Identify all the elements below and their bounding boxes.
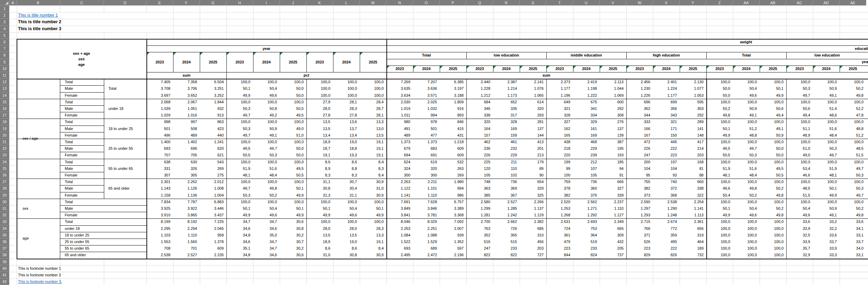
data-cell[interactable]: 201: [520, 145, 546, 152]
data-cell[interactable]: 519: [573, 239, 600, 245]
data-cell[interactable]: 199: [546, 159, 573, 165]
data-cell[interactable]: 100,0: [733, 79, 760, 85]
row-header-38[interactable]: 38: [0, 252, 9, 258]
column-header-W[interactable]: W: [626, 0, 653, 6]
education-group-cell[interactable]: Total: [386, 52, 466, 59]
data-cell[interactable]: 352: [626, 105, 653, 112]
data-cell[interactable]: 90: [520, 172, 546, 179]
education-group-cell[interactable]: low education: [786, 52, 868, 59]
data-cell[interactable]: 49,7: [226, 185, 253, 192]
data-cell[interactable]: 1.292: [573, 212, 600, 218]
year-cell[interactable]: 2023: [306, 52, 333, 72]
data-cell[interactable]: 303: [680, 105, 706, 112]
row-header-2[interactable]: 2: [0, 12, 9, 19]
row-header-32[interactable]: 32: [0, 212, 9, 218]
data-cell[interactable]: 100,0: [360, 92, 386, 99]
data-cell[interactable]: 50,1: [226, 85, 253, 92]
data-cell[interactable]: 432: [600, 239, 626, 245]
data-cell[interactable]: 53,4: [786, 165, 813, 172]
data-cell[interactable]: 49,4: [786, 112, 813, 119]
data-cell[interactable]: 100,0: [226, 99, 253, 105]
data-cell[interactable]: 13,5: [306, 232, 333, 239]
data-cell[interactable]: 1.126: [173, 185, 200, 192]
data-cell[interactable]: 19,1: [360, 139, 386, 145]
data-cell[interactable]: 2.715: [626, 218, 653, 225]
data-cell[interactable]: 543: [200, 159, 226, 165]
data-cell[interactable]: 34,0: [840, 245, 866, 252]
data-cell[interactable]: 305: [173, 172, 200, 179]
data-cell[interactable]: 30,9: [360, 192, 386, 199]
data-cell[interactable]: 50,2: [840, 205, 866, 212]
data-cell[interactable]: 994: [413, 112, 440, 119]
year-header-left[interactable]: year: [146, 45, 386, 52]
year-cell[interactable]: 2024: [413, 66, 440, 72]
data-cell[interactable]: 51,5: [786, 192, 813, 199]
data-cell[interactable]: 30,4: [333, 185, 360, 192]
data-cell[interactable]: 48,4: [813, 132, 840, 139]
data-cell[interactable]: 1.290: [653, 205, 680, 212]
data-cell[interactable]: 30,9: [360, 179, 386, 185]
data-cell[interactable]: 2.440: [466, 79, 493, 85]
data-cell[interactable]: 100,0: [226, 139, 253, 145]
row-header-18[interactable]: 18: [0, 119, 9, 125]
data-cell[interactable]: 48,5: [786, 185, 813, 192]
data-cell[interactable]: 49,1: [813, 92, 840, 99]
data-cell[interactable]: 1.143: [146, 185, 173, 192]
data-cell[interactable]: 8,3: [360, 165, 386, 172]
data-cell[interactable]: 148: [680, 132, 706, 139]
data-cell[interactable]: 100,0: [706, 99, 733, 105]
data-cell[interactable]: 35,1: [226, 245, 253, 252]
data-cell[interactable]: 49,6: [253, 92, 280, 99]
data-cell[interactable]: 893: [440, 112, 466, 119]
data-cell[interactable]: 34,1: [840, 225, 866, 232]
data-cell[interactable]: 275: [200, 172, 226, 179]
data-cell[interactable]: 3.368: [440, 212, 466, 218]
data-cell[interactable]: 233: [493, 245, 520, 252]
data-cell[interactable]: 100,0: [760, 225, 786, 232]
data-cell[interactable]: 50,0: [280, 85, 306, 92]
data-cell[interactable]: 1.103: [146, 232, 173, 239]
data-cell[interactable]: 8,3: [333, 172, 360, 179]
data-cell[interactable]: 327: [546, 119, 573, 125]
data-cell[interactable]: 100,0: [253, 79, 280, 85]
data-cell[interactable]: 31,1: [306, 179, 333, 185]
data-cell[interactable]: 100,0: [360, 199, 386, 205]
column-header-L[interactable]: L: [333, 0, 360, 6]
data-cell[interactable]: 708: [146, 245, 173, 252]
data-cell[interactable]: 51,0: [786, 145, 813, 152]
year-cell[interactable]: 2024: [493, 66, 520, 72]
column-header-AD[interactable]: AD: [813, 0, 840, 6]
data-cell[interactable]: 532: [440, 159, 466, 165]
data-cell[interactable]: 100,0: [760, 245, 786, 252]
data-cell[interactable]: 100,0: [280, 79, 306, 85]
data-cell[interactable]: 100,0: [813, 179, 840, 185]
year-cell[interactable]: 2025: [520, 66, 546, 72]
data-cell[interactable]: 30,7: [333, 179, 360, 185]
stub-sex-cell[interactable]: Total: [60, 99, 104, 105]
data-cell[interactable]: 13,5: [306, 126, 333, 132]
data-cell[interactable]: 740: [653, 179, 680, 185]
data-cell[interactable]: 232: [493, 145, 520, 152]
data-cell[interactable]: 1.212: [466, 92, 493, 99]
data-cell[interactable]: 705: [173, 152, 200, 158]
year-cell[interactable]: 2024: [813, 66, 840, 72]
data-cell[interactable]: 652: [493, 99, 520, 105]
year-cell[interactable]: 2025: [760, 66, 786, 72]
data-cell[interactable]: 2.382: [520, 218, 546, 225]
stub-sex-cell[interactable]: Male: [60, 205, 146, 212]
data-cell[interactable]: 100,0: [733, 179, 760, 185]
data-cell[interactable]: 100,0: [253, 119, 280, 125]
data-cell[interactable]: 100,0: [280, 159, 306, 165]
data-cell[interactable]: 472: [626, 139, 653, 145]
data-cell[interactable]: 33,6: [840, 218, 866, 225]
data-cell[interactable]: 980: [386, 119, 413, 125]
data-cell[interactable]: 28,0: [306, 225, 333, 232]
data-cell[interactable]: 3.841: [386, 212, 413, 218]
data-cell[interactable]: 28,0: [333, 225, 360, 232]
data-cell[interactable]: 50,2: [760, 185, 786, 192]
column-header-F[interactable]: F: [173, 0, 200, 6]
data-cell[interactable]: 387: [600, 139, 626, 145]
data-cell[interactable]: 100,0: [840, 139, 866, 145]
data-cell[interactable]: 100,0: [226, 119, 253, 125]
data-cell[interactable]: 1.129: [520, 212, 546, 218]
